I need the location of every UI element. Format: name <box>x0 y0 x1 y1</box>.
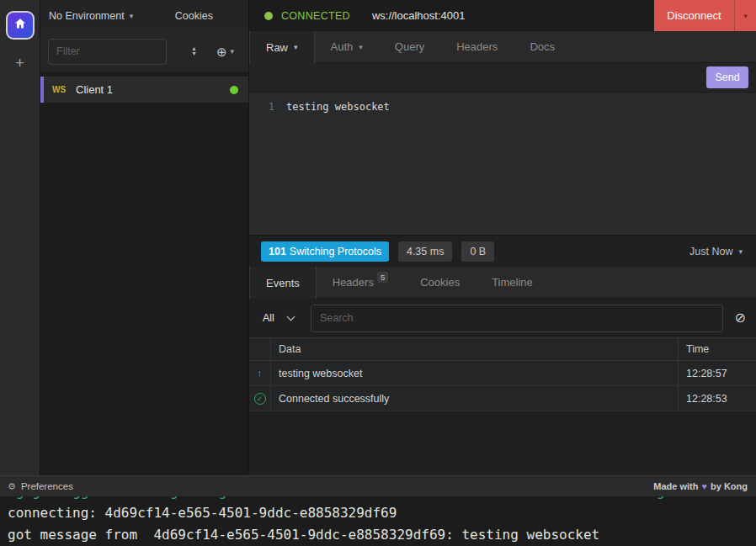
tab-auth[interactable]: Auth ▾ <box>315 31 379 62</box>
sidebar-header: No Environment ▾ Cookies <box>40 0 248 31</box>
url-bar: CONNECTED ws://localhost:4001 Disconnect… <box>249 0 756 31</box>
event-row-connected[interactable]: ✓ Connected successfully 12:28:53 <box>249 386 756 411</box>
send-row: Send <box>249 63 756 93</box>
sidebar-filter-row: ▲ ▼ ⊕ ▾ <box>40 31 248 72</box>
editor-line: 1 testing websocket <box>249 99 756 114</box>
event-search-input[interactable] <box>311 305 723 332</box>
send-button[interactable]: Send <box>706 66 748 88</box>
sort-icon[interactable]: ▲ ▼ <box>191 46 197 56</box>
create-request-button[interactable]: ⊕ ▾ <box>216 45 234 58</box>
tab-response-headers-label: Headers <box>333 276 374 289</box>
request-name: Client 1 <box>76 83 230 96</box>
editor-content: testing websocket <box>286 99 390 114</box>
headers-count-badge: 5 <box>377 272 388 283</box>
event-type-value: All <box>263 312 274 324</box>
plus-circle-icon: ⊕ <box>216 45 227 58</box>
chevron-down-icon: ▾ <box>294 43 298 51</box>
terminal-line: connecting: 4d69cf14-e565-4501-9ddc-e885… <box>8 502 756 524</box>
tab-raw[interactable]: Raw ▾ <box>249 31 315 63</box>
credit-prefix: Made with <box>653 481 698 491</box>
response-empty-area <box>249 411 756 475</box>
tab-response-headers[interactable]: Headers 5 <box>317 267 404 298</box>
sort-down-icon: ▼ <box>191 51 197 56</box>
tab-response-cookies[interactable]: Cookies <box>404 267 476 298</box>
tab-query-label: Query <box>395 40 424 53</box>
tab-timeline[interactable]: Timeline <box>476 267 549 298</box>
sidebar-filter-input[interactable] <box>48 39 167 65</box>
websocket-url[interactable]: ws://localhost:4001 <box>372 9 466 22</box>
server-terminal: g g gg g g g connecting: 4d69cf14-e565-4… <box>0 496 756 546</box>
line-number: 1 <box>249 99 286 114</box>
status-code: 101 <box>269 246 286 257</box>
disconnect-menu-button[interactable]: ▾ <box>734 0 756 31</box>
response-status-bar: 101 Switching Protocols 4.35 ms 0 B Just… <box>249 235 756 267</box>
ws-method-tag: WS <box>52 85 76 94</box>
event-data: testing websocket <box>271 368 678 379</box>
chevron-down-icon: ▾ <box>743 12 748 20</box>
status-badge: 101 Switching Protocols <box>261 241 389 262</box>
request-list: WS Client 1 <box>40 72 248 475</box>
main-pane: CONNECTED ws://localhost:4001 Disconnect… <box>248 0 756 475</box>
chevron-down-icon: ▾ <box>738 247 743 256</box>
tab-docs-label: Docs <box>530 40 555 53</box>
tab-headers[interactable]: Headers <box>440 31 514 62</box>
event-type-select[interactable]: All <box>259 312 297 324</box>
environment-label: No Environment <box>49 10 125 22</box>
event-row-sent[interactable]: ↑ testing websocket 12:28:57 <box>249 361 756 386</box>
sidebar: No Environment ▾ Cookies ▲ ▼ ⊕ ▾ WS <box>40 0 248 475</box>
terminal-clipped-line: g g gg g g g <box>8 496 756 502</box>
chevron-down-icon: ▾ <box>130 12 134 20</box>
event-time: 12:28:57 <box>678 361 756 385</box>
disconnect-button[interactable]: Disconnect ▾ <box>654 0 756 31</box>
status-text: Switching Protocols <box>290 246 381 257</box>
tab-auth-label: Auth <box>331 40 354 53</box>
terminal-line: got message from 4d69cf14-e565-4501-9ddc… <box>8 524 756 546</box>
home-icon <box>13 17 27 34</box>
data-column-header: Data <box>271 343 678 355</box>
main-row: + No Environment ▾ Cookies ▲ ▼ ⊕ ▾ <box>0 0 756 475</box>
chevron-down-icon <box>286 312 295 321</box>
connection-status: CONNECTED <box>281 10 350 22</box>
tab-raw-label: Raw <box>266 41 288 54</box>
response-time-badge: 4.35 ms <box>398 241 452 262</box>
tab-events[interactable]: Events <box>249 267 317 299</box>
event-data: Connected successfully <box>271 393 678 405</box>
heart-icon: ♥ <box>701 481 707 491</box>
gear-icon: ⚙ <box>8 481 16 492</box>
disconnect-label: Disconnect <box>654 0 734 31</box>
status-footer: ⚙ Preferences Made with ♥ by Kong <box>0 475 756 496</box>
event-time: 12:28:53 <box>678 386 756 411</box>
time-column-header: Time <box>678 338 756 360</box>
activity-rail: + <box>0 0 40 475</box>
connection-dot <box>264 12 273 20</box>
home-button[interactable] <box>6 11 35 40</box>
message-editor[interactable]: 1 testing websocket <box>249 93 756 235</box>
connected-dot <box>230 86 238 94</box>
clear-events-icon[interactable]: ⊘ <box>735 311 746 325</box>
tab-timeline-label: Timeline <box>492 276 533 289</box>
check-circle-icon: ✓ <box>254 393 266 405</box>
preferences-button[interactable]: ⚙ Preferences <box>8 481 73 492</box>
icon-column-header <box>249 338 271 360</box>
response-when-label: Just Now <box>689 246 732 257</box>
request-tabs: Raw ▾ Auth ▾ Query Headers Docs <box>249 31 756 63</box>
chevron-down-icon: ▾ <box>359 43 363 51</box>
insomnia-app: + No Environment ▾ Cookies ▲ ▼ ⊕ ▾ <box>0 0 756 546</box>
tab-query[interactable]: Query <box>379 31 440 62</box>
response-tabs: Events Headers 5 Cookies Timeline <box>249 267 756 299</box>
cookies-button[interactable]: Cookies <box>175 10 213 22</box>
tab-docs[interactable]: Docs <box>514 31 571 62</box>
request-item-client-1[interactable]: WS Client 1 <box>40 77 248 103</box>
new-project-button[interactable]: + <box>15 55 24 71</box>
credit-suffix: by Kong <box>711 481 748 491</box>
tab-response-cookies-label: Cookies <box>420 276 460 289</box>
chevron-down-icon: ▾ <box>231 47 235 56</box>
environment-selector[interactable]: No Environment ▾ <box>49 10 133 22</box>
events-table: Data Time ↑ testing websocket 12:28:57 ✓… <box>249 337 756 411</box>
tab-headers-label: Headers <box>456 40 498 53</box>
tab-events-label: Events <box>266 277 300 289</box>
response-size-badge: 0 B <box>461 241 494 262</box>
response-history-dropdown[interactable]: Just Now ▾ <box>689 246 744 257</box>
events-table-header: Data Time <box>249 337 756 361</box>
preferences-label: Preferences <box>21 481 73 491</box>
